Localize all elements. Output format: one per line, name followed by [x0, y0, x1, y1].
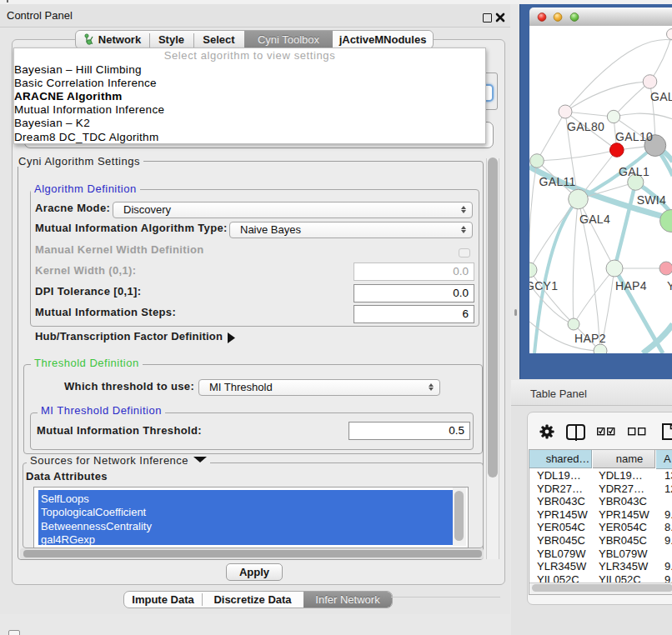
- svg-text:GCY1: GCY1: [529, 279, 558, 292]
- svg-text:GAL11: GAL11: [539, 175, 576, 188]
- svg-text:GAL10: GAL10: [615, 130, 653, 143]
- svg-text:GAL80: GAL80: [567, 120, 604, 133]
- svg-text:GAL1: GAL1: [619, 165, 649, 178]
- svg-text:HAP2: HAP2: [574, 332, 606, 345]
- svg-text:HAP4: HAP4: [615, 279, 647, 292]
- svg-text:SWI4: SWI4: [637, 193, 666, 207]
- svg-text:GAL4: GAL4: [579, 212, 610, 226]
- svg-text:Y: Y: [667, 279, 672, 292]
- svg-text:GAL7: GAL7: [650, 90, 672, 103]
